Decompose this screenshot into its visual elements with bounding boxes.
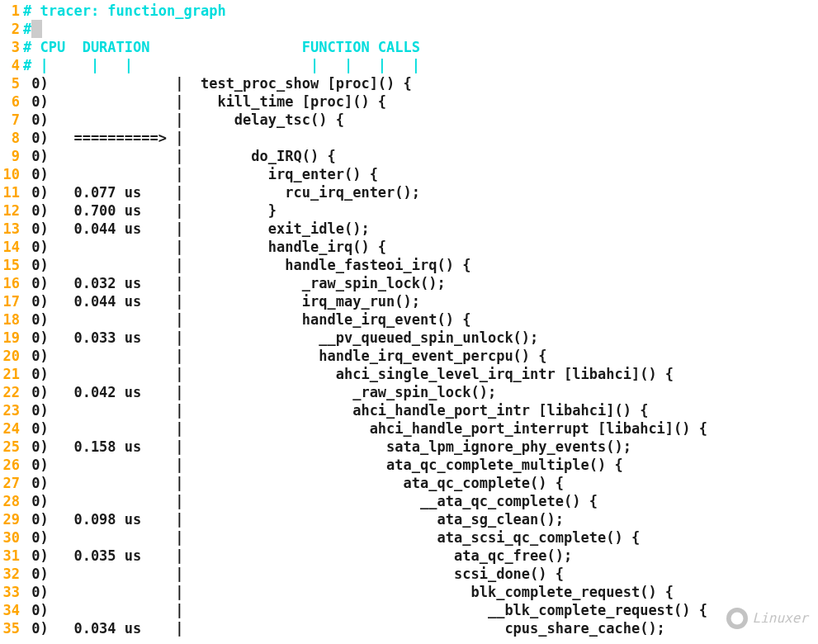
line-number: 9 bbox=[0, 147, 23, 165]
code-text: 0) 0.042 us | _raw_spin_lock(); bbox=[23, 383, 496, 401]
line-number: 28 bbox=[0, 492, 23, 510]
line-number: 33 bbox=[0, 583, 23, 601]
line-number: 14 bbox=[0, 238, 23, 256]
code-text: 0) | __blk_complete_request() { bbox=[23, 601, 707, 619]
line-number: 31 bbox=[0, 547, 23, 565]
code-text: 0) | irq_enter() { bbox=[23, 165, 378, 183]
code-editor[interactable]: 1 # tracer: function_graph2 # 3 # CPU DU… bbox=[0, 0, 818, 639]
line-number: 17 bbox=[0, 292, 23, 310]
code-text: 0) | handle_irq_event_percpu() { bbox=[23, 347, 547, 365]
code-text: 0) | ahci_handle_port_intr [libahci]() { bbox=[23, 401, 648, 419]
line-number: 24 bbox=[0, 419, 23, 438]
code-line: 6 0) | kill_time [proc]() { bbox=[0, 92, 818, 111]
code-line: 29 0) 0.098 us | ata_sg_clean(); bbox=[0, 510, 818, 528]
line-number: 20 bbox=[0, 347, 23, 365]
code-text: 0) 0.033 us | __pv_queued_spin_unlock(); bbox=[23, 329, 538, 347]
code-text: 0) | ata_scsi_qc_complete() { bbox=[23, 528, 640, 547]
code-line: 28 0) | __ata_qc_complete() { bbox=[0, 492, 818, 510]
code-text: 0) | test_proc_show [proc]() { bbox=[23, 74, 412, 92]
line-number: 22 bbox=[0, 383, 23, 401]
code-line: 11 0) 0.077 us | rcu_irq_enter(); bbox=[0, 183, 818, 201]
code-text: 0) | kill_time [proc]() { bbox=[23, 92, 386, 111]
code-text: 0) | delay_tsc() { bbox=[23, 111, 344, 129]
code-line: 1 # tracer: function_graph bbox=[0, 2, 818, 20]
code-line: 10 0) | irq_enter() { bbox=[0, 165, 818, 183]
code-text: 0) 0.098 us | ata_sg_clean(); bbox=[23, 510, 564, 528]
line-number: 30 bbox=[0, 528, 23, 547]
code-text: 0) 0.034 us | cpus_share_cache(); bbox=[23, 619, 665, 637]
code-line: 20 0) | handle_irq_event_percpu() { bbox=[0, 347, 818, 365]
code-line: 19 0) 0.033 us | __pv_queued_spin_unlock… bbox=[0, 329, 818, 347]
line-number: 16 bbox=[0, 274, 23, 292]
watermark-text: Linuxer bbox=[753, 609, 808, 627]
line-number: 12 bbox=[0, 201, 23, 220]
code-text: 0) | handle_irq_event() { bbox=[23, 310, 470, 329]
line-number: 34 bbox=[0, 601, 23, 619]
code-line: 3 # CPU DURATION FUNCTION CALLS bbox=[0, 38, 818, 56]
code-line: 2 # bbox=[0, 20, 818, 38]
line-number: 32 bbox=[0, 565, 23, 583]
line-number: 18 bbox=[0, 310, 23, 329]
line-number: 7 bbox=[0, 111, 23, 129]
line-number: 10 bbox=[0, 165, 23, 183]
comment-text: # tracer: function_graph bbox=[23, 2, 226, 20]
line-number: 4 bbox=[0, 56, 23, 74]
line-number: 8 bbox=[0, 129, 23, 147]
code-text: 0) 0.077 us | rcu_irq_enter(); bbox=[23, 183, 420, 201]
code-text: 0) 0.700 us | } bbox=[23, 201, 277, 220]
code-line: 8 0) ==========> | bbox=[0, 129, 818, 147]
watermark: Linuxer bbox=[726, 608, 808, 629]
line-number: 2 bbox=[0, 20, 23, 38]
line-number: 27 bbox=[0, 474, 23, 492]
comment-text: # | | | | | | | bbox=[23, 56, 420, 74]
line-number: 35 bbox=[0, 619, 23, 637]
code-text: 0) | scsi_done() { bbox=[23, 565, 564, 583]
code-text: 0) 0.158 us | sata_lpm_ignore_phy_events… bbox=[23, 438, 631, 456]
code-text: 0) 0.044 us | irq_may_run(); bbox=[23, 292, 420, 310]
code-line: 30 0) | ata_scsi_qc_complete() { bbox=[0, 528, 818, 547]
line-number: 15 bbox=[0, 256, 23, 274]
comment-text: # CPU DURATION FUNCTION CALLS bbox=[23, 38, 420, 56]
code-text: 0) | ata_qc_complete_multiple() { bbox=[23, 456, 623, 474]
line-number: 23 bbox=[0, 401, 23, 419]
line-number: 1 bbox=[0, 2, 23, 20]
code-line: 26 0) | ata_qc_complete_multiple() { bbox=[0, 456, 818, 474]
code-line: 32 0) | scsi_done() { bbox=[0, 565, 818, 583]
code-text: 0) | ata_qc_complete() { bbox=[23, 474, 564, 492]
code-line: 23 0) | ahci_handle_port_intr [libahci](… bbox=[0, 401, 818, 419]
code-text: 0) 0.044 us | exit_idle(); bbox=[23, 220, 370, 238]
line-number: 26 bbox=[0, 456, 23, 474]
code-line: 14 0) | handle_irq() { bbox=[0, 238, 818, 256]
code-text: 0) | ahci_handle_port_interrupt [libahci… bbox=[23, 419, 707, 438]
line-number: 6 bbox=[0, 92, 23, 111]
code-text: 0) | handle_irq() { bbox=[23, 238, 386, 256]
line-number: 29 bbox=[0, 510, 23, 528]
penguin-icon bbox=[726, 608, 748, 629]
code-text: 0) | blk_complete_request() { bbox=[23, 583, 674, 601]
code-text: 0) | do_IRQ() { bbox=[23, 147, 336, 165]
code-line: 22 0) 0.042 us | _raw_spin_lock(); bbox=[0, 383, 818, 401]
code-line: 24 0) | ahci_handle_port_interrupt [liba… bbox=[0, 419, 818, 438]
code-line: 18 0) | handle_irq_event() { bbox=[0, 310, 818, 329]
code-line: 34 0) | __blk_complete_request() { bbox=[0, 601, 818, 619]
code-text: 0) | ahci_single_level_irq_intr [libahci… bbox=[23, 365, 674, 383]
svg-point-0 bbox=[731, 613, 743, 625]
code-line: 17 0) 0.044 us | irq_may_run(); bbox=[0, 292, 818, 310]
code-line: 35 0) 0.034 us | cpus_share_cache(); bbox=[0, 619, 818, 637]
line-number: 3 bbox=[0, 38, 23, 56]
code-line: 33 0) | blk_complete_request() { bbox=[0, 583, 818, 601]
code-text: 0) 0.035 us | ata_qc_free(); bbox=[23, 547, 572, 565]
code-line: 21 0) | ahci_single_level_irq_intr [liba… bbox=[0, 365, 818, 383]
line-number: 5 bbox=[0, 74, 23, 92]
line-number: 25 bbox=[0, 438, 23, 456]
code-line: 31 0) 0.035 us | ata_qc_free(); bbox=[0, 547, 818, 565]
code-line: 7 0) | delay_tsc() { bbox=[0, 111, 818, 129]
code-text: 0) 0.032 us | _raw_spin_lock(); bbox=[23, 274, 446, 292]
code-text: 0) | __ata_qc_complete() { bbox=[23, 492, 598, 510]
code-line: 5 0) | test_proc_show [proc]() { bbox=[0, 74, 818, 92]
code-line: 16 0) 0.032 us | _raw_spin_lock(); bbox=[0, 274, 818, 292]
comment-text: # bbox=[23, 20, 31, 38]
line-number: 11 bbox=[0, 183, 23, 201]
code-line: 25 0) 0.158 us | sata_lpm_ignore_phy_eve… bbox=[0, 438, 818, 456]
code-line: 13 0) 0.044 us | exit_idle(); bbox=[0, 220, 818, 238]
